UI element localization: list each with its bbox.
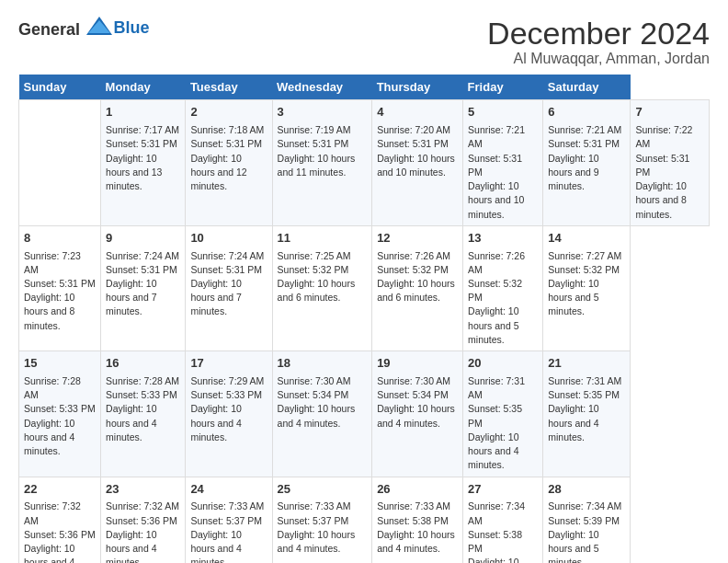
calendar-cell: 1Sunrise: 7:17 AMSunset: 5:31 PMDaylight… — [101, 100, 186, 225]
svg-marker-1 — [88, 20, 110, 33]
sunrise: Sunrise: 7:27 AM — [548, 250, 621, 261]
sunset: Sunset: 5:34 PM — [278, 389, 349, 400]
day-number: 13 — [468, 230, 538, 247]
sunrise: Sunrise: 7:34 AM — [548, 500, 621, 511]
col-header-monday: Monday — [101, 75, 186, 100]
week-row-4: 22Sunrise: 7:32 AMSunset: 5:36 PMDayligh… — [19, 477, 710, 563]
day-number: 27 — [468, 481, 538, 499]
daylight: Daylight: 10 hours and 4 minutes. — [106, 529, 156, 563]
sunrise: Sunrise: 7:29 AM — [190, 375, 264, 386]
sunrise: Sunrise: 7:28 AM — [24, 375, 81, 400]
daylight: Daylight: 10 hours and 4 minutes. — [278, 403, 356, 428]
sunrise: Sunrise: 7:33 AM — [278, 500, 351, 511]
daylight: Daylight: 10 hours and 4 minutes. — [190, 403, 241, 442]
calendar-cell: 24Sunrise: 7:33 AMSunset: 5:37 PMDayligh… — [186, 477, 272, 563]
calendar-cell: 10Sunrise: 7:24 AMSunset: 5:31 PMDayligh… — [186, 225, 272, 350]
sunset: Sunset: 5:37 PM — [190, 515, 262, 526]
calendar-cell: 7Sunrise: 7:22 AMSunset: 5:31 PMDaylight… — [631, 100, 710, 225]
sunset: Sunset: 5:36 PM — [24, 529, 96, 540]
sunrise: Sunrise: 7:18 AM — [190, 124, 264, 135]
sunset: Sunset: 5:31 PM — [106, 138, 177, 149]
calendar-cell: 9Sunrise: 7:24 AMSunset: 5:31 PMDaylight… — [101, 225, 186, 350]
calendar-cell: 28Sunrise: 7:34 AMSunset: 5:39 PMDayligh… — [543, 477, 631, 563]
calendar-cell: 21Sunrise: 7:31 AMSunset: 5:35 PMDayligh… — [543, 351, 631, 477]
sunset: Sunset: 5:38 PM — [468, 529, 522, 554]
calendar-cell: 2Sunrise: 7:18 AMSunset: 5:31 PMDaylight… — [186, 100, 272, 225]
sunset: Sunset: 5:31 PM — [278, 138, 349, 149]
sunset: Sunset: 5:31 PM — [468, 153, 522, 178]
sunrise: Sunrise: 7:24 AM — [190, 250, 264, 261]
sunrise: Sunrise: 7:24 AM — [106, 250, 179, 261]
sunrise: Sunrise: 7:21 AM — [548, 124, 621, 135]
day-number: 17 — [190, 355, 267, 373]
day-number: 25 — [278, 481, 368, 499]
calendar-cell: 17Sunrise: 7:29 AMSunset: 5:33 PMDayligh… — [186, 351, 272, 477]
daylight: Daylight: 10 hours and 9 minutes. — [548, 153, 598, 191]
day-number: 10 — [190, 230, 267, 247]
sunrise: Sunrise: 7:33 AM — [377, 500, 450, 511]
sunrise: Sunrise: 7:31 AM — [468, 375, 525, 400]
daylight: Daylight: 10 hours and 10 minutes. — [468, 180, 524, 219]
calendar-cell: 26Sunrise: 7:33 AMSunset: 5:38 PMDayligh… — [372, 477, 463, 563]
daylight: Daylight: 10 hours and 4 minutes. — [377, 529, 455, 554]
calendar-cell: 14Sunrise: 7:27 AMSunset: 5:32 PMDayligh… — [543, 225, 631, 350]
calendar-cell: 20Sunrise: 7:31 AMSunset: 5:35 PMDayligh… — [463, 351, 543, 477]
daylight: Daylight: 10 hours and 5 minutes. — [468, 305, 518, 344]
day-number: 23 — [106, 481, 180, 499]
daylight: Daylight: 10 hours and 4 minutes. — [24, 418, 74, 456]
col-header-thursday: Thursday — [372, 75, 463, 100]
sunrise: Sunrise: 7:32 AM — [24, 500, 81, 525]
sunset: Sunset: 5:37 PM — [278, 515, 349, 526]
header-row: SundayMondayTuesdayWednesdayThursdayFrid… — [19, 75, 710, 100]
daylight: Daylight: 10 hours and 5 minutes. — [548, 278, 598, 316]
sunrise: Sunrise: 7:23 AM — [24, 250, 81, 275]
sunset: Sunset: 5:31 PM — [377, 138, 449, 149]
daylight: Daylight: 10 hours and 10 minutes. — [377, 153, 455, 178]
sunset: Sunset: 5:31 PM — [106, 264, 177, 275]
day-number: 1 — [106, 104, 180, 121]
logo: General Blue — [18, 17, 150, 40]
calendar-cell: 15Sunrise: 7:28 AMSunset: 5:33 PMDayligh… — [19, 351, 101, 477]
sunset: Sunset: 5:36 PM — [106, 515, 177, 526]
sunset: Sunset: 5:32 PM — [278, 264, 349, 275]
day-number: 11 — [278, 230, 368, 247]
calendar-cell: 5Sunrise: 7:21 AMSunset: 5:31 PMDaylight… — [463, 100, 543, 225]
day-number: 7 — [635, 104, 704, 121]
day-number: 9 — [106, 230, 180, 247]
calendar-cell: 3Sunrise: 7:19 AMSunset: 5:31 PMDaylight… — [272, 100, 372, 225]
sunrise: Sunrise: 7:25 AM — [278, 250, 351, 261]
logo-icon — [86, 17, 112, 35]
sunset: Sunset: 5:33 PM — [190, 389, 262, 400]
sunset: Sunset: 5:35 PM — [468, 403, 522, 428]
daylight: Daylight: 10 hours and 6 minutes. — [278, 278, 356, 303]
sunset: Sunset: 5:31 PM — [548, 138, 620, 149]
sunrise: Sunrise: 7:19 AM — [278, 124, 351, 135]
day-number: 28 — [548, 481, 625, 499]
page: General Blue December 2024 Al Muwaqqar, … — [0, 0, 728, 563]
calendar-cell: 22Sunrise: 7:32 AMSunset: 5:36 PMDayligh… — [19, 477, 101, 563]
col-header-saturday: Saturday — [543, 75, 631, 100]
col-header-tuesday: Tuesday — [186, 75, 272, 100]
daylight: Daylight: 10 hours and 4 minutes. — [106, 403, 156, 442]
sunset: Sunset: 5:33 PM — [24, 403, 96, 414]
col-header-friday: Friday — [463, 75, 543, 100]
daylight: Daylight: 10 hours and 7 minutes. — [190, 278, 241, 316]
day-number: 18 — [278, 355, 368, 373]
sunset: Sunset: 5:35 PM — [548, 389, 620, 400]
empty-cell — [19, 100, 101, 225]
calendar-table: SundayMondayTuesdayWednesdayThursdayFrid… — [18, 75, 710, 563]
main-title: December 2024 — [487, 17, 710, 51]
sunset: Sunset: 5:31 PM — [24, 278, 96, 289]
day-number: 14 — [548, 230, 625, 247]
sunrise: Sunrise: 7:30 AM — [377, 375, 450, 386]
sunrise: Sunrise: 7:32 AM — [106, 500, 179, 511]
week-row-3: 15Sunrise: 7:28 AMSunset: 5:33 PMDayligh… — [19, 351, 710, 477]
day-number: 12 — [377, 230, 458, 247]
daylight: Daylight: 10 hours and 8 minutes. — [24, 292, 74, 330]
daylight: Daylight: 10 hours and 12 minutes. — [190, 153, 246, 191]
day-number: 6 — [548, 104, 625, 121]
calendar-cell: 13Sunrise: 7:26 AMSunset: 5:32 PMDayligh… — [463, 225, 543, 350]
logo-general: General — [18, 20, 80, 39]
daylight: Daylight: 10 hours and 4 minutes. — [468, 557, 518, 563]
daylight: Daylight: 10 hours and 6 minutes. — [377, 278, 455, 303]
